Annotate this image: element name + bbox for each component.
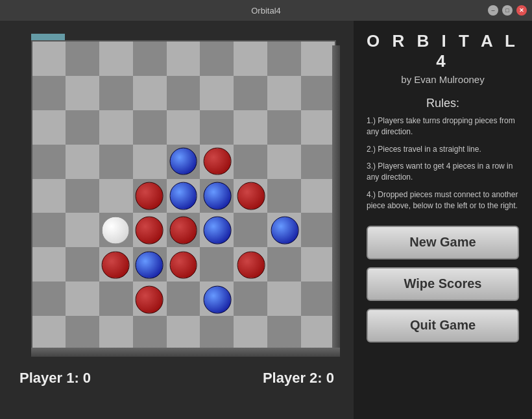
- board-cell[interactable]: [133, 145, 167, 179]
- board-cell[interactable]: [234, 316, 267, 350]
- board-cell[interactable]: [167, 316, 200, 350]
- board-cell[interactable]: [200, 76, 234, 110]
- board-cell[interactable]: [167, 145, 200, 179]
- board-cell[interactable]: [66, 213, 99, 247]
- board-cell[interactable]: [167, 281, 200, 316]
- board-cell[interactable]: [301, 179, 335, 213]
- board-cell[interactable]: [133, 76, 167, 110]
- board-cell[interactable]: [66, 179, 99, 213]
- board-cell[interactable]: [200, 316, 234, 350]
- board-cell[interactable]: [99, 42, 133, 76]
- board-cell[interactable]: [234, 213, 267, 247]
- board-cell[interactable]: [200, 213, 234, 247]
- board-cell[interactable]: [301, 316, 335, 350]
- right-panel: O R B I T A L 4 by Evan Mulrooney Rules:…: [354, 21, 532, 419]
- board-cell[interactable]: [133, 110, 167, 145]
- board-cell[interactable]: [32, 110, 66, 145]
- board-cell[interactable]: [234, 76, 267, 110]
- board-cell[interactable]: [200, 247, 234, 281]
- board-cell[interactable]: [200, 145, 234, 179]
- board-cell[interactable]: [234, 42, 267, 76]
- board-cell[interactable]: [99, 213, 133, 247]
- board-cell[interactable]: [32, 42, 66, 76]
- board-cell[interactable]: [133, 179, 167, 213]
- board-cell[interactable]: [267, 316, 301, 350]
- board-cell[interactable]: [301, 247, 335, 281]
- quit-game-button[interactable]: Quit Game: [367, 309, 519, 342]
- board-cell[interactable]: [99, 316, 133, 350]
- board-cell[interactable]: [32, 179, 66, 213]
- board-shadow-bottom: [31, 348, 340, 357]
- board-cell[interactable]: [133, 213, 167, 247]
- board-cell[interactable]: [99, 145, 133, 179]
- board-cell[interactable]: [133, 316, 167, 350]
- board-cell[interactable]: [66, 145, 99, 179]
- board-cell[interactable]: [234, 145, 267, 179]
- board-cell[interactable]: [234, 110, 267, 145]
- board-cell[interactable]: [267, 213, 301, 247]
- window-controls: – □ ✕: [488, 5, 527, 16]
- left-panel: Player 1: 0 Player 2: 0: [0, 21, 354, 419]
- board-cell[interactable]: [66, 247, 99, 281]
- board-cell[interactable]: [66, 42, 99, 76]
- game-board[interactable]: [31, 40, 336, 352]
- board-cell[interactable]: [99, 247, 133, 281]
- board-cell[interactable]: [301, 110, 335, 145]
- board-cell[interactable]: [200, 281, 234, 316]
- board-cell[interactable]: [200, 42, 234, 76]
- board-cell[interactable]: [301, 281, 335, 316]
- board-cell[interactable]: [66, 316, 99, 350]
- board-cell[interactable]: [267, 179, 301, 213]
- board-cell[interactable]: [133, 247, 167, 281]
- board-cell[interactable]: [267, 145, 301, 179]
- board-cell[interactable]: [167, 179, 200, 213]
- board-cell[interactable]: [301, 213, 335, 247]
- board-cell[interactable]: [66, 110, 99, 145]
- board-cell[interactable]: [99, 110, 133, 145]
- board-cell[interactable]: [267, 76, 301, 110]
- window-title: Orbital4: [251, 6, 281, 16]
- board-cell[interactable]: [133, 281, 167, 316]
- board-cell[interactable]: [167, 110, 200, 145]
- board-cell[interactable]: [267, 281, 301, 316]
- board-cell[interactable]: [234, 247, 267, 281]
- board-cell[interactable]: [234, 179, 267, 213]
- board-cell[interactable]: [267, 247, 301, 281]
- board-container: [25, 27, 343, 358]
- score-bar: Player 1: 0 Player 2: 0: [0, 363, 354, 393]
- board-cell[interactable]: [234, 281, 267, 316]
- board-cell[interactable]: [66, 281, 99, 316]
- board-cell[interactable]: [32, 281, 66, 316]
- board-cell[interactable]: [32, 145, 66, 179]
- rule-4: 4.) Dropped pieces must connect to anoth…: [367, 189, 519, 211]
- board-cell[interactable]: [99, 179, 133, 213]
- board-cell[interactable]: [301, 76, 335, 110]
- board-cell[interactable]: [200, 110, 234, 145]
- board-cell[interactable]: [267, 110, 301, 145]
- new-game-button[interactable]: New Game: [367, 226, 519, 259]
- game-subtitle: by Evan Mulrooney: [401, 74, 484, 85]
- board-cell[interactable]: [32, 316, 66, 350]
- board-cell[interactable]: [301, 145, 335, 179]
- board-cell[interactable]: [267, 42, 301, 76]
- minimize-button[interactable]: –: [488, 5, 498, 16]
- board-cell[interactable]: [32, 76, 66, 110]
- board-cell[interactable]: [99, 76, 133, 110]
- maximize-button[interactable]: □: [502, 5, 513, 16]
- board-cell[interactable]: [301, 42, 335, 76]
- title-bar: Orbital4 – □ ✕: [0, 0, 532, 21]
- board-cell[interactable]: [167, 247, 200, 281]
- close-button[interactable]: ✕: [516, 5, 527, 16]
- board-cell[interactable]: [66, 76, 99, 110]
- player1-score: Player 1: 0: [19, 370, 91, 387]
- board-cell[interactable]: [167, 213, 200, 247]
- wipe-scores-button[interactable]: Wipe Scores: [367, 267, 519, 301]
- rule-1: 1.) Players take turns dropping pieces f…: [367, 115, 519, 138]
- board-cell[interactable]: [32, 247, 66, 281]
- board-cell[interactable]: [167, 42, 200, 76]
- board-cell[interactable]: [133, 42, 167, 76]
- board-cell[interactable]: [32, 213, 66, 247]
- board-cell[interactable]: [99, 281, 133, 316]
- board-cell[interactable]: [167, 76, 200, 110]
- board-cell[interactable]: [200, 179, 234, 213]
